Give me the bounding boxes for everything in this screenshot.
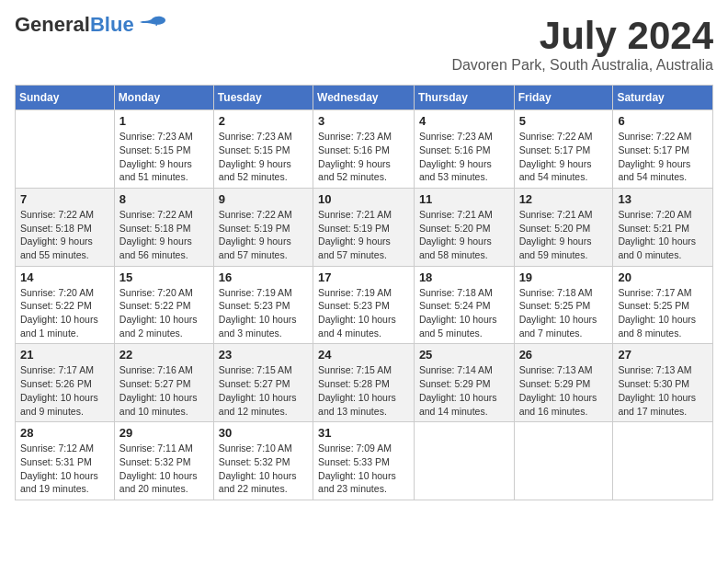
day-info: Sunrise: 7:16 AM Sunset: 5:27 PM Dayligh…: [119, 363, 209, 418]
day-number: 25: [419, 348, 509, 362]
day-info: Sunrise: 7:23 AM Sunset: 5:15 PM Dayligh…: [219, 130, 308, 184]
calendar-cell: 10Sunrise: 7:21 AM Sunset: 5:19 PM Dayli…: [313, 188, 415, 266]
logo: GeneralBlue: [15, 15, 167, 35]
day-info: Sunrise: 7:11 AM Sunset: 5:32 PM Dayligh…: [119, 442, 209, 496]
calendar-cell: 6Sunrise: 7:22 AM Sunset: 5:17 PM Daylig…: [613, 110, 713, 189]
title-area: July 2024 Davoren Park, South Australia,…: [451, 15, 713, 74]
calendar-cell: 25Sunrise: 7:14 AM Sunset: 5:29 PM Dayli…: [414, 344, 514, 422]
day-number: 29: [119, 426, 209, 440]
day-info: Sunrise: 7:15 AM Sunset: 5:28 PM Dayligh…: [318, 363, 409, 418]
day-number: 15: [119, 270, 209, 284]
day-number: 6: [618, 114, 708, 128]
day-number: 7: [20, 192, 109, 206]
day-number: 17: [318, 270, 409, 284]
calendar-cell: 23Sunrise: 7:15 AM Sunset: 5:27 PM Dayli…: [213, 344, 313, 422]
calendar-week-row: 28Sunrise: 7:12 AM Sunset: 5:31 PM Dayli…: [16, 422, 713, 500]
day-info: Sunrise: 7:21 AM Sunset: 5:19 PM Dayligh…: [318, 208, 409, 262]
day-info: Sunrise: 7:23 AM Sunset: 5:15 PM Dayligh…: [119, 130, 209, 184]
day-info: Sunrise: 7:22 AM Sunset: 5:17 PM Dayligh…: [618, 130, 708, 184]
calendar-cell: 9Sunrise: 7:22 AM Sunset: 5:19 PM Daylig…: [213, 188, 313, 266]
day-number: 31: [318, 426, 409, 440]
day-number: 28: [20, 426, 109, 440]
day-info: Sunrise: 7:22 AM Sunset: 5:17 PM Dayligh…: [519, 130, 609, 184]
calendar-table: SundayMondayTuesdayWednesdayThursdayFrid…: [15, 85, 713, 500]
weekday-header: Monday: [114, 86, 213, 110]
day-number: 2: [219, 114, 308, 128]
calendar-cell: 17Sunrise: 7:19 AM Sunset: 5:23 PM Dayli…: [313, 266, 415, 344]
calendar-cell: [414, 422, 514, 500]
weekday-header: Wednesday: [313, 86, 415, 110]
day-number: 21: [20, 348, 109, 362]
calendar-cell: 2Sunrise: 7:23 AM Sunset: 5:15 PM Daylig…: [213, 110, 313, 189]
weekday-header: Tuesday: [213, 86, 313, 110]
day-number: 11: [419, 192, 509, 206]
day-number: 13: [618, 192, 708, 206]
calendar-cell: 19Sunrise: 7:18 AM Sunset: 5:25 PM Dayli…: [514, 266, 613, 344]
calendar-cell: 14Sunrise: 7:20 AM Sunset: 5:22 PM Dayli…: [16, 266, 115, 344]
day-info: Sunrise: 7:15 AM Sunset: 5:27 PM Dayligh…: [219, 363, 308, 418]
day-info: Sunrise: 7:17 AM Sunset: 5:26 PM Dayligh…: [20, 363, 109, 418]
day-info: Sunrise: 7:09 AM Sunset: 5:33 PM Dayligh…: [318, 442, 409, 496]
day-info: Sunrise: 7:21 AM Sunset: 5:20 PM Dayligh…: [519, 208, 609, 262]
day-info: Sunrise: 7:23 AM Sunset: 5:16 PM Dayligh…: [419, 130, 509, 184]
day-number: 18: [419, 270, 509, 284]
day-number: 30: [219, 426, 308, 440]
day-info: Sunrise: 7:20 AM Sunset: 5:21 PM Dayligh…: [618, 208, 708, 262]
day-number: 3: [318, 114, 409, 128]
weekday-header: Saturday: [613, 86, 713, 110]
calendar-week-row: 1Sunrise: 7:23 AM Sunset: 5:15 PM Daylig…: [16, 110, 713, 189]
calendar-cell: 11Sunrise: 7:21 AM Sunset: 5:20 PM Dayli…: [414, 188, 514, 266]
calendar-header-row: SundayMondayTuesdayWednesdayThursdayFrid…: [16, 86, 713, 110]
day-number: 12: [519, 192, 609, 206]
logo-blue: Blue: [90, 13, 134, 36]
day-number: 14: [20, 270, 109, 284]
calendar-cell: 28Sunrise: 7:12 AM Sunset: 5:31 PM Dayli…: [16, 422, 115, 500]
calendar-cell: [514, 422, 613, 500]
weekday-header: Thursday: [414, 86, 514, 110]
day-info: Sunrise: 7:13 AM Sunset: 5:30 PM Dayligh…: [618, 363, 708, 418]
calendar-cell: 5Sunrise: 7:22 AM Sunset: 5:17 PM Daylig…: [514, 110, 613, 189]
day-info: Sunrise: 7:22 AM Sunset: 5:18 PM Dayligh…: [119, 208, 209, 262]
day-info: Sunrise: 7:20 AM Sunset: 5:22 PM Dayligh…: [119, 286, 209, 340]
header: GeneralBlue July 2024 Davoren Park, Sout…: [15, 15, 713, 74]
calendar-week-row: 7Sunrise: 7:22 AM Sunset: 5:18 PM Daylig…: [16, 188, 713, 266]
day-number: 10: [318, 192, 409, 206]
day-info: Sunrise: 7:18 AM Sunset: 5:24 PM Dayligh…: [419, 286, 509, 340]
day-info: Sunrise: 7:12 AM Sunset: 5:31 PM Dayligh…: [20, 442, 109, 496]
calendar-cell: [613, 422, 713, 500]
day-number: 27: [618, 348, 708, 362]
calendar-cell: 31Sunrise: 7:09 AM Sunset: 5:33 PM Dayli…: [313, 422, 415, 500]
day-number: 24: [318, 348, 409, 362]
day-info: Sunrise: 7:20 AM Sunset: 5:22 PM Dayligh…: [20, 286, 109, 340]
logo-general: General: [15, 13, 90, 36]
day-info: Sunrise: 7:22 AM Sunset: 5:19 PM Dayligh…: [219, 208, 308, 262]
day-info: Sunrise: 7:19 AM Sunset: 5:23 PM Dayligh…: [318, 286, 409, 340]
calendar-cell: 1Sunrise: 7:23 AM Sunset: 5:15 PM Daylig…: [114, 110, 213, 189]
calendar-cell: 29Sunrise: 7:11 AM Sunset: 5:32 PM Dayli…: [114, 422, 213, 500]
calendar-cell: 21Sunrise: 7:17 AM Sunset: 5:26 PM Dayli…: [16, 344, 115, 422]
calendar-cell: 16Sunrise: 7:19 AM Sunset: 5:23 PM Dayli…: [213, 266, 313, 344]
day-info: Sunrise: 7:13 AM Sunset: 5:29 PM Dayligh…: [519, 363, 609, 418]
weekday-header: Sunday: [16, 86, 115, 110]
day-info: Sunrise: 7:18 AM Sunset: 5:25 PM Dayligh…: [519, 286, 609, 340]
calendar-cell: 4Sunrise: 7:23 AM Sunset: 5:16 PM Daylig…: [414, 110, 514, 189]
calendar-cell: 24Sunrise: 7:15 AM Sunset: 5:28 PM Dayli…: [313, 344, 415, 422]
calendar-cell: 8Sunrise: 7:22 AM Sunset: 5:18 PM Daylig…: [114, 188, 213, 266]
calendar-cell: 30Sunrise: 7:10 AM Sunset: 5:32 PM Dayli…: [213, 422, 313, 500]
day-number: 5: [519, 114, 609, 128]
calendar-week-row: 21Sunrise: 7:17 AM Sunset: 5:26 PM Dayli…: [16, 344, 713, 422]
day-info: Sunrise: 7:23 AM Sunset: 5:16 PM Dayligh…: [318, 130, 409, 184]
day-number: 23: [219, 348, 308, 362]
day-number: 8: [119, 192, 209, 206]
day-number: 22: [119, 348, 209, 362]
calendar-cell: 27Sunrise: 7:13 AM Sunset: 5:30 PM Dayli…: [613, 344, 713, 422]
calendar-cell: 7Sunrise: 7:22 AM Sunset: 5:18 PM Daylig…: [16, 188, 115, 266]
calendar-cell: 22Sunrise: 7:16 AM Sunset: 5:27 PM Dayli…: [114, 344, 213, 422]
day-number: 20: [618, 270, 708, 284]
day-info: Sunrise: 7:14 AM Sunset: 5:29 PM Dayligh…: [419, 363, 509, 418]
day-info: Sunrise: 7:17 AM Sunset: 5:25 PM Dayligh…: [618, 286, 708, 340]
day-number: 4: [419, 114, 509, 128]
location-title: Davoren Park, South Australia, Australia: [451, 57, 713, 74]
day-number: 9: [219, 192, 308, 206]
day-number: 26: [519, 348, 609, 362]
